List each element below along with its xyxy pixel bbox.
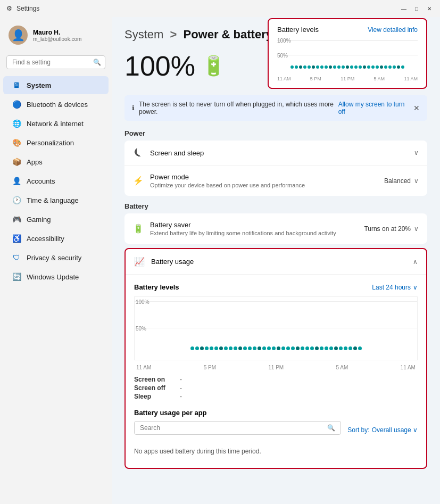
large-dot — [205, 346, 209, 350]
sidebar-item-apps[interactable]: 📦 Apps — [3, 153, 109, 171]
screen-on-row: Screen on - — [134, 376, 418, 383]
mini-dot — [342, 65, 345, 69]
sidebar-item-bluetooth-label: Bluetooth & devices — [27, 101, 88, 109]
mini-dot — [350, 65, 353, 69]
power-mode-right: Balanced ∨ — [384, 177, 419, 185]
large-dot — [262, 346, 266, 350]
mini-time-0: 11 AM — [277, 76, 291, 81]
per-app-section: Battery usage per app 🔍 Sort by: Overall… — [134, 409, 418, 459]
mini-dot — [397, 65, 400, 69]
sidebar-item-personalization[interactable]: 🎨 Personalization — [3, 134, 109, 152]
large-dot — [219, 346, 223, 350]
sidebar-item-accounts[interactable]: 👤 Accounts — [3, 172, 109, 190]
large-dot — [229, 346, 233, 350]
time-range-select[interactable]: Last 24 hours ∨ — [372, 284, 418, 291]
large-dot — [296, 346, 300, 350]
mini-battery-title: Battery levels — [277, 26, 319, 34]
large-dot — [210, 346, 213, 350]
sidebar-item-accessibility-label: Accessibility — [27, 235, 64, 243]
user-name: Mauro H. — [33, 29, 81, 36]
large-dot — [253, 346, 256, 350]
mini-dot — [295, 65, 298, 69]
view-detailed-link[interactable]: View detailed info — [368, 26, 418, 34]
mini-dot — [333, 65, 336, 69]
large-dot — [353, 346, 357, 350]
sidebar-item-gaming[interactable]: 🎮 Gaming — [3, 210, 109, 228]
sort-label: Sort by: — [347, 426, 369, 434]
power-mode-title: Power mode — [150, 173, 305, 181]
mini-dot — [312, 65, 315, 69]
sidebar: 👤 Mauro H. m_lab@outlook.com 🔍 🖥 System … — [0, 17, 112, 504]
battery-saver-row[interactable]: 🔋 Battery saver Extend battery life by l… — [124, 213, 427, 244]
sort-value[interactable]: Overall usage ∨ — [372, 426, 418, 434]
large-dot — [301, 346, 304, 350]
notification-link[interactable]: Allow my screen to turn off — [338, 101, 407, 115]
close-notification-button[interactable]: ✕ — [413, 104, 420, 112]
screen-sleep-icon: ⏾ — [133, 148, 144, 158]
per-app-search-input[interactable] — [140, 424, 323, 432]
time-range-label: Last 24 hours — [372, 284, 411, 291]
chart-label-50: 50% — [277, 53, 288, 59]
mini-dot — [376, 65, 379, 69]
sleep-val: - — [180, 393, 182, 400]
power-mode-value: Balanced — [384, 177, 411, 185]
mini-dot — [388, 65, 392, 69]
user-profile: 👤 Mauro H. m_lab@outlook.com — [0, 21, 112, 53]
notif-left: ℹ The screen is set to never turn off wh… — [132, 101, 338, 115]
battery-levels-row: Battery levels Last 24 hours ∨ — [134, 283, 418, 291]
user-email: m_lab@outlook.com — [33, 36, 81, 42]
power-mode-text: Power mode Optimize your device based on… — [150, 173, 305, 188]
title-bar-controls: — □ ✕ — [400, 4, 434, 13]
battery-saver-left: 🔋 Battery saver Extend battery life by l… — [133, 221, 336, 236]
minimize-button[interactable]: — — [400, 4, 408, 13]
large-dot — [267, 346, 271, 350]
search-icon: 🔍 — [93, 59, 101, 66]
screen-on-key: Screen on — [134, 376, 177, 383]
screen-info-grid: Screen on - Screen off - Sleep - — [134, 376, 418, 400]
mini-dot — [354, 65, 358, 69]
sidebar-item-update[interactable]: 🔄 Windows Update — [3, 268, 109, 286]
large-dot — [325, 346, 328, 350]
per-app-sort[interactable]: Sort by: Overall usage ∨ — [347, 426, 418, 434]
chart-time-1: 5 PM — [204, 365, 216, 370]
screen-off-key: Screen off — [134, 384, 177, 392]
notification-text: The screen is set to never turn off when… — [139, 101, 338, 115]
sidebar-item-system[interactable]: 🖥 System — [3, 76, 109, 94]
search-input[interactable] — [6, 55, 105, 69]
large-dot — [243, 346, 247, 350]
screen-sleep-row[interactable]: ⏾ Screen and sleep ∨ — [124, 141, 427, 166]
info-icon: ℹ — [132, 104, 135, 112]
maximize-button[interactable]: □ — [412, 4, 421, 13]
sidebar-item-network[interactable]: 🌐 Network & internet — [3, 114, 109, 133]
mini-time-1: 5 PM — [310, 76, 321, 81]
mini-dot — [371, 65, 375, 69]
mini-dot — [299, 65, 302, 69]
sidebar-item-time[interactable]: 🕐 Time & language — [3, 191, 109, 209]
large-dot — [334, 346, 338, 350]
sidebar-item-accessibility[interactable]: ♿ Accessibility — [3, 229, 109, 247]
time-icon: 🕐 — [12, 195, 21, 205]
screen-on-val: - — [180, 376, 182, 383]
title-bar: ⚙ Settings — □ ✕ — [0, 0, 440, 17]
large-dot — [248, 346, 252, 350]
sidebar-item-bluetooth[interactable]: 🔵 Bluetooth & devices — [3, 95, 109, 113]
mini-dot — [303, 65, 306, 69]
sidebar-item-privacy[interactable]: 🛡 Privacy & security — [3, 249, 109, 267]
sidebar-item-update-label: Windows Update — [27, 273, 79, 281]
screen-sleep-left: ⏾ Screen and sleep — [133, 148, 204, 158]
sidebar-item-time-label: Time & language — [27, 196, 79, 204]
power-section-label: Power — [124, 129, 427, 137]
per-app-search-icon: 🔍 — [327, 424, 335, 432]
power-mode-desc: Optimize your device based on power use … — [150, 182, 305, 188]
battery-usage-header[interactable]: 📈 Battery usage ∧ — [126, 249, 426, 275]
mini-dot — [316, 65, 319, 69]
close-button[interactable]: ✕ — [425, 4, 434, 13]
chart-label-100: 100% — [136, 299, 150, 305]
power-mode-row[interactable]: ⚡ Power mode Optimize your device based … — [124, 166, 427, 196]
time-range-chevron: ∨ — [413, 284, 418, 291]
large-chart: 100% 50% — [134, 296, 418, 360]
mini-dot — [367, 65, 370, 69]
large-dot — [234, 346, 237, 350]
chart-line-50 — [135, 328, 417, 328]
battery-usage-body: Battery levels Last 24 hours ∨ 100% 50% — [126, 275, 426, 468]
